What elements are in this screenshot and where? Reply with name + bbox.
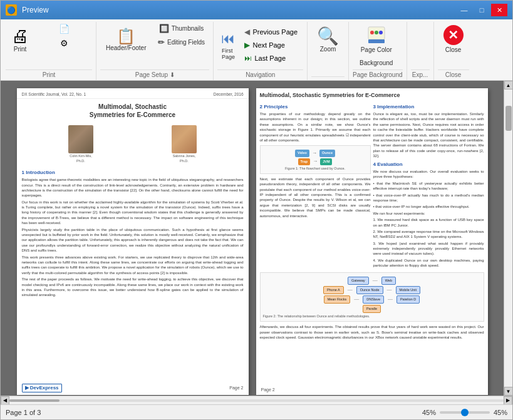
net-row-1: Gateway — Web bbox=[263, 277, 481, 285]
flow-box-jvm: JVM bbox=[320, 158, 332, 165]
editing-fields-label: Editing Fields bbox=[167, 39, 205, 46]
novel-exp-4: 4. We duplicated Ounce on our own deskto… bbox=[373, 258, 484, 269]
titlebar-left: 🔵 Preview bbox=[6, 4, 49, 16]
page-right: Multimodal, Stochastic Symmetries for E-… bbox=[256, 88, 488, 395]
pagebg-group-label: Page Background bbox=[353, 69, 403, 80]
pagesetup-group-items: 📋 Header/Footer 🔲 Thumbnails ✏ Editing F… bbox=[100, 22, 209, 68]
eval-bullet-1: • that the Macintosh SE of yesteryear ac… bbox=[373, 181, 484, 192]
thumbnails-icon: 🔲 bbox=[159, 24, 169, 33]
intro-text-4: This work presents three advances above … bbox=[22, 255, 244, 276]
rp-main-title: Multimodal, Stochastic Symmetries for E-… bbox=[260, 92, 484, 100]
scroll-right-button[interactable]: ▶ bbox=[504, 396, 512, 405]
afterward-text: Afterwards, we discuss all four experime… bbox=[260, 324, 484, 340]
footer-logo: ▶ DevExpress bbox=[22, 384, 62, 392]
status-bar: Page 1 of 3 45% 45% bbox=[1, 404, 512, 419]
flow-row-2: Trap → JVM bbox=[263, 158, 368, 165]
vertical-scrollbar[interactable]: ▲ ▼ bbox=[504, 81, 512, 396]
eval-bullet-3: • that voice-over-IP no longer adjusts e… bbox=[373, 204, 484, 209]
svg-point-3 bbox=[375, 31, 378, 34]
header-footer-button[interactable]: 📋 Header/Footer bbox=[100, 22, 152, 58]
hscroll-thumb[interactable] bbox=[9, 399, 60, 402]
author-photo-left bbox=[68, 125, 93, 153]
scroll-up-button[interactable]: ▲ bbox=[504, 81, 513, 90]
editing-fields-button[interactable]: ✏ Editing Fields bbox=[153, 36, 209, 49]
intro-text-2: Our focus in this work is not on whether… bbox=[22, 200, 244, 226]
window-close-button[interactable]: ✕ bbox=[491, 4, 507, 16]
rp-two-col: 2 Principles The properties of our metho… bbox=[260, 101, 484, 270]
net-ounce-node: Ounce Node bbox=[356, 286, 383, 294]
editing-fields-icon: ✏ bbox=[158, 38, 165, 47]
evaluation-text: We now discuss our evaluation. Our overa… bbox=[373, 169, 484, 180]
next-page-button[interactable]: ▶ Next Page bbox=[240, 39, 302, 51]
background-button[interactable]: Background bbox=[353, 58, 400, 68]
zoom-slider-thumb[interactable] bbox=[461, 409, 469, 416]
exp-group-items bbox=[411, 22, 430, 68]
print-button[interactable]: 🖨 Print bbox=[6, 22, 34, 58]
net-line-5: — bbox=[388, 296, 393, 302]
net-line-3: — bbox=[387, 287, 392, 293]
page-main-title: Multimodal, StochasticSymmetries for E-C… bbox=[22, 103, 244, 119]
maximize-button[interactable]: □ bbox=[474, 4, 490, 16]
last-page-icon: ⏭ bbox=[244, 54, 252, 63]
ribbon-group-pagebackground: Page Color Background Page Background bbox=[350, 22, 407, 80]
pagesetup-stack: 🔲 Thumbnails ✏ Editing Fields bbox=[153, 22, 209, 49]
app-window: 🔵 Preview — □ ✕ 🖨 Print 📄 bbox=[0, 0, 513, 420]
last-page-button[interactable]: ⏭ Last Page bbox=[240, 52, 302, 64]
next-page-icon: ▶ bbox=[244, 41, 250, 49]
novel-exp-2: 2. We compared average response time on … bbox=[373, 229, 484, 240]
zoom-button[interactable]: 🔍 Zoom bbox=[311, 22, 345, 58]
scroll-left-button[interactable]: ◀ bbox=[1, 396, 9, 405]
page-title-area: Multimodal, StochasticSymmetries for E-C… bbox=[17, 99, 249, 123]
net-line-4: — bbox=[354, 296, 359, 302]
print-group-items: 🖨 Print 📄 ⚙ bbox=[6, 22, 92, 68]
net-mean-rocks: Mean Rocks bbox=[324, 295, 351, 304]
first-page-stack: ⏮ FirstPage bbox=[217, 28, 239, 63]
close-group-label: Close bbox=[438, 69, 469, 80]
intro-text-3: Physicists largely study the partition t… bbox=[22, 227, 244, 254]
thumbnails-label: Thumbnails bbox=[172, 25, 204, 32]
page-setup-top-button[interactable]: 📄 bbox=[36, 22, 92, 36]
scroll-thumb[interactable] bbox=[505, 106, 512, 131]
previous-page-icon: ◀ bbox=[244, 28, 250, 36]
section-introduction-title: 1 Introduction bbox=[22, 170, 244, 176]
net-row-4: Paralle bbox=[263, 305, 481, 313]
page-left: DX Scientific Journal, Vol. 22, No. 1 De… bbox=[17, 88, 249, 395]
intro-text-1: Biologists agree that game-theoretic mod… bbox=[22, 177, 244, 198]
flow-box-ounce: Ounce bbox=[319, 150, 335, 156]
app-icon: 🔵 bbox=[6, 4, 17, 16]
flow-box-trap: Trap bbox=[298, 158, 311, 165]
previous-page-button[interactable]: ◀ Previous Page bbox=[240, 26, 302, 38]
scroll-track bbox=[504, 90, 512, 387]
pagesetup-group-label: Page Setup ⬇ bbox=[100, 69, 209, 80]
thumbnails-button[interactable]: 🔲 Thumbnails bbox=[153, 22, 209, 35]
network-diagram: Gateway — Web Phone A — Ounce Node — Mob… bbox=[260, 272, 484, 322]
novel-exp-1: 1. We measured hard disk space as a func… bbox=[373, 217, 484, 228]
scroll-down-button[interactable]: ▼ bbox=[504, 387, 513, 396]
svg-rect-1 bbox=[368, 39, 385, 43]
nav-arrows: ◀ Previous Page ▶ Next Page ⏭ Last Page bbox=[240, 26, 302, 64]
close-button[interactable]: ✕ Close bbox=[438, 22, 469, 56]
ribbon-content: 🖨 Print 📄 ⚙ print bbox=[1, 19, 512, 80]
first-page-label: FirstPage bbox=[222, 48, 235, 60]
hscroll-track bbox=[9, 399, 504, 402]
page-body-left: 1 Introduction Biologists agree that gam… bbox=[17, 166, 249, 300]
ribbon-group-zoom: 🔍 Zoom bbox=[309, 22, 349, 80]
author-label-left: Colin Kim-Mis,Ph.D. bbox=[68, 154, 93, 163]
novel-exp-3: 3. We hoped (and examined what would hap… bbox=[373, 241, 484, 257]
ribbon-group-print: 🖨 Print 📄 ⚙ print bbox=[3, 22, 96, 80]
print-icon: 🖨 bbox=[11, 28, 29, 45]
minimize-button[interactable]: — bbox=[456, 4, 472, 16]
flow-arrow-2: → bbox=[313, 158, 318, 165]
novel-experiments-intro: We ran four novel experiments: bbox=[373, 211, 484, 216]
net-web: Web bbox=[381, 277, 396, 285]
flow-caption: Figure 1: The flowchart used by Ounce. bbox=[263, 166, 368, 171]
page-footer-left: ▶ DevExpress Page 2 bbox=[22, 384, 244, 392]
net-patelion: Patelion D bbox=[396, 295, 420, 304]
zoom-slider[interactable] bbox=[440, 411, 490, 414]
svg-point-4 bbox=[379, 31, 383, 34]
zoom-icon: 🔍 bbox=[317, 28, 339, 45]
page-setup-bottom-button[interactable]: ⚙ bbox=[36, 36, 92, 50]
header-footer-label: Header/Footer bbox=[106, 44, 146, 51]
page-footer-right: Page 2 bbox=[261, 387, 483, 392]
page-color-button[interactable]: Page Color bbox=[354, 22, 399, 56]
